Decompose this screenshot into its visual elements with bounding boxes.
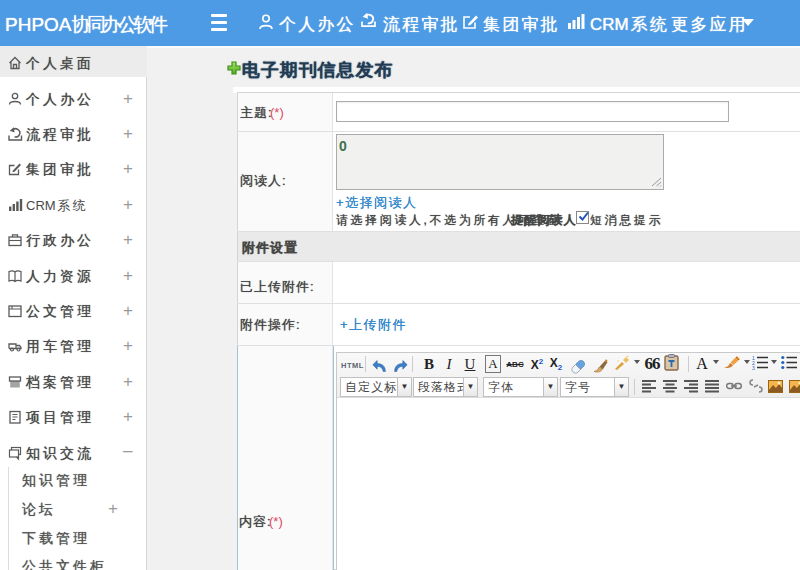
- svg-text:3: 3: [752, 365, 755, 370]
